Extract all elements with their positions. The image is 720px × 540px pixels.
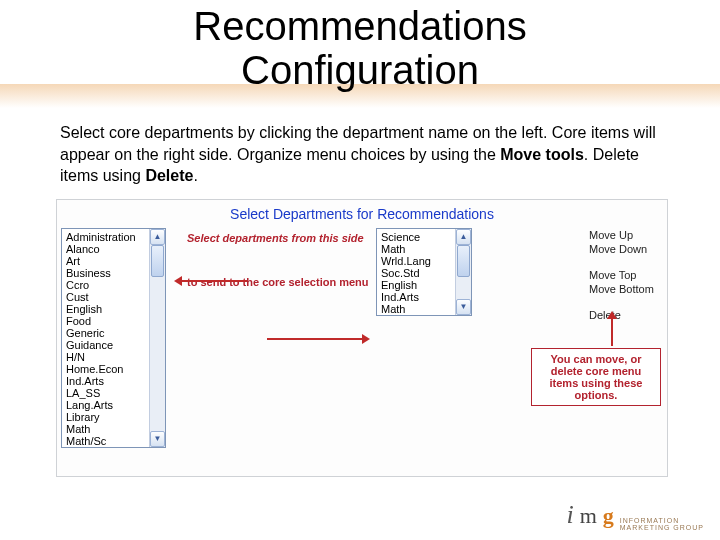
app-title: Select Departments for Recommendations	[57, 200, 667, 228]
intro-bold-delete: Delete	[145, 167, 193, 184]
logo-tag1: INFORMATION	[620, 517, 679, 524]
page-title: Recommendations Configuration	[0, 0, 720, 92]
title-line1: Recommendations	[193, 4, 527, 48]
move-top-button[interactable]: Move Top	[589, 268, 661, 282]
scroll-thumb[interactable]	[151, 245, 164, 277]
note-arrow-icon	[611, 314, 613, 346]
note-box: You can move, or delete core menu items …	[531, 348, 661, 406]
title-line2: Configuration	[241, 48, 479, 92]
arrow-right-icon	[267, 338, 367, 340]
intro-bold-move: Move tools	[500, 146, 584, 163]
logo-m: m	[580, 503, 597, 529]
list-item[interactable]: Music	[66, 447, 165, 448]
scroll-thumb[interactable]	[457, 245, 470, 277]
caption-select: Select departments from this side	[187, 232, 377, 244]
scroll-up-icon[interactable]: ▲	[150, 229, 165, 245]
scrollbar[interactable]: ▲ ▼	[149, 229, 165, 447]
arrow-left-icon	[177, 280, 247, 282]
app-window: Select Departments for Recommendations A…	[56, 199, 668, 477]
caption-send: to send to the core selection menu	[187, 276, 377, 288]
scroll-down-icon[interactable]: ▼	[150, 431, 165, 447]
move-down-button[interactable]: Move Down	[589, 242, 661, 256]
departments-listbox[interactable]: AdministrationAlancoArtBusinessCcroCustE…	[61, 228, 166, 448]
scrollbar[interactable]: ▲ ▼	[455, 229, 471, 315]
logo-tagline: INFORMATION MARKETING GROUP	[620, 517, 704, 532]
logo: img INFORMATION MARKETING GROUP	[566, 500, 704, 532]
core-listbox[interactable]: ScienceMathWrld.LangSoc.StdEnglishInd.Ar…	[376, 228, 472, 316]
delete-button[interactable]: Delete	[589, 308, 661, 322]
logo-g: g	[603, 503, 614, 529]
intro-text: Select core departments by clicking the …	[60, 122, 660, 187]
title-band: Recommendations Configuration	[0, 0, 720, 108]
scroll-down-icon[interactable]: ▼	[456, 299, 471, 315]
logo-i: i	[566, 500, 573, 530]
move-buttons: Move Up Move Down Move Top Move Bottom D…	[589, 228, 661, 322]
intro-c: .	[193, 167, 197, 184]
move-up-button[interactable]: Move Up	[589, 228, 661, 242]
move-bottom-button[interactable]: Move Bottom	[589, 282, 661, 296]
logo-tag2: MARKETING GROUP	[620, 524, 704, 531]
scroll-up-icon[interactable]: ▲	[456, 229, 471, 245]
panel-row: AdministrationAlancoArtBusinessCcroCustE…	[57, 228, 667, 456]
